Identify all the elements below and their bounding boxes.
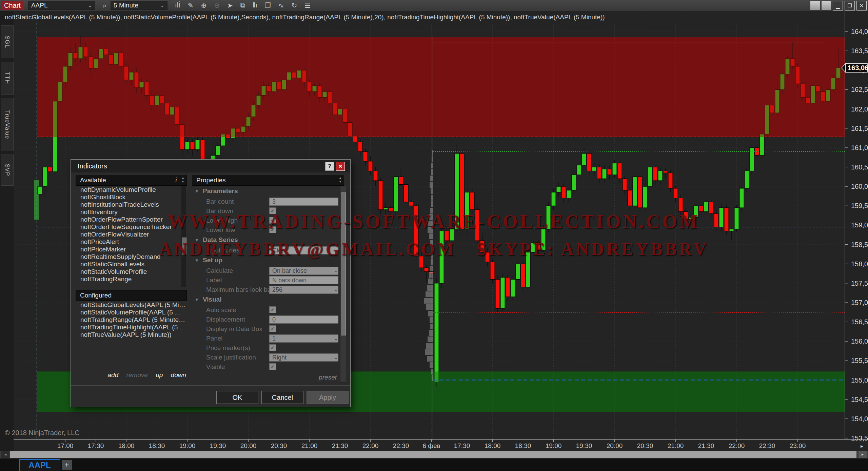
svg-text:154,50: 154,50 xyxy=(851,396,868,403)
configured-list-item[interactable]: noftTradingRange(AAPL (5 Minute),20) xyxy=(76,316,186,324)
crosshair-icon[interactable]: ‖ı xyxy=(253,1,257,9)
search-icon[interactable]: ⌕ xyxy=(103,2,106,9)
panels-icon[interactable]: ❐ xyxy=(265,1,271,9)
toolbar: Chart AAPL ⌄ ⌕ 5 Minute ⌄ ılİ✎⊕⊖➤⧉‖ı❐∿↻☰ xyxy=(0,0,868,11)
input-field[interactable]: N bars down xyxy=(269,276,338,284)
collapse-triangle-icon[interactable]: ▼ xyxy=(195,238,199,243)
checkbox[interactable]: ✔ xyxy=(269,306,276,313)
data-box-icon[interactable]: ⧉ xyxy=(240,1,245,9)
input-field[interactable]: 3 xyxy=(269,198,338,206)
add-tab-button[interactable]: + xyxy=(62,460,72,470)
zoom-in-icon[interactable]: ⊕ xyxy=(201,1,206,9)
ok-button[interactable]: OK xyxy=(216,391,258,404)
remove-link[interactable]: remove xyxy=(126,371,148,378)
cursor-icon[interactable]: ➤ xyxy=(227,1,233,9)
checkbox[interactable]: ✔ xyxy=(269,226,276,233)
collapse-triangle-icon[interactable]: ▼ xyxy=(195,258,199,263)
window-extra-button[interactable] xyxy=(810,1,820,10)
property-row: Display in Data Box✔ xyxy=(192,324,338,334)
chevron-down-icon: ⌄ xyxy=(88,1,92,9)
svg-text:160,50: 160,50 xyxy=(851,163,868,171)
checkbox[interactable]: ✔ xyxy=(269,207,276,214)
close-icon[interactable]: ✕ xyxy=(336,162,345,171)
available-list-item[interactable]: noftStaticGlobalLevels xyxy=(76,261,181,268)
scroll-left-arrow-icon[interactable]: ◂ xyxy=(1,451,9,458)
property-row: CalculateOn bar close⌄ xyxy=(192,266,338,275)
select-field[interactable]: 256⌄ xyxy=(269,286,338,294)
scrollbar-thumb[interactable] xyxy=(341,192,346,335)
add-link[interactable]: add xyxy=(108,371,119,378)
available-list-item[interactable]: noftOrderFlowVisualizer xyxy=(76,231,181,238)
spinner-arrows-icon[interactable]: ▲▼ xyxy=(181,176,184,184)
checkbox[interactable]: ✔ xyxy=(269,344,276,351)
available-list-item[interactable]: noftPriceAlert xyxy=(76,238,181,246)
available-list-item[interactable]: noftOrderFlowPatternSpotter xyxy=(76,216,181,223)
input-field[interactable]: 0 xyxy=(269,315,338,324)
indicator-tab-truevalue[interactable]: TrueValue xyxy=(1,98,14,151)
select-field[interactable]: Right⌄ xyxy=(269,353,338,362)
scrollbar-thumb[interactable] xyxy=(182,238,186,254)
scrollbar-thumb[interactable] xyxy=(10,451,856,458)
available-list-item[interactable]: noftRealtimeSupplyDemand xyxy=(76,253,181,261)
symbol-combo[interactable]: AAPL ⌄ xyxy=(28,1,95,10)
window-extra-button[interactable] xyxy=(822,1,831,10)
configured-list-item[interactable]: noftStaticGlobalLevels(AAPL (5 Minute)) xyxy=(76,301,186,309)
interval-combo[interactable]: 5 Minute ⌄ xyxy=(111,1,167,10)
zoom-out-icon[interactable]: ⊖ xyxy=(214,1,220,9)
indicator-tab-sgl[interactable]: SGL xyxy=(1,25,14,58)
svg-text:156,50: 156,50 xyxy=(851,318,868,326)
svg-text:157,50: 157,50 xyxy=(851,280,868,287)
svg-text:161,50: 161,50 xyxy=(851,125,868,132)
draw-pencil-icon[interactable]: ✎ xyxy=(188,1,194,9)
configured-list-item[interactable]: noftTrueValue(AAPL (5 Minute)) xyxy=(76,331,186,339)
scroll-right-arrow-icon[interactable]: ▸ xyxy=(859,451,867,458)
available-list-item[interactable]: noftInstitutionalTradeLevels xyxy=(76,201,181,208)
available-list-item[interactable]: noftGhostiBlock xyxy=(76,193,181,201)
input-field[interactable]: Close xyxy=(269,246,338,254)
up-link[interactable]: up xyxy=(156,371,163,378)
properties-scrollbar[interactable] xyxy=(340,186,346,383)
reload-icon[interactable]: ↻ xyxy=(292,1,297,9)
available-list-item[interactable]: noftOrderFlowSequenceTracker xyxy=(76,223,181,231)
collapse-triangle-icon[interactable]: ▼ xyxy=(195,297,199,302)
checkbox[interactable]: ✔ xyxy=(269,363,276,370)
checkbox[interactable]: ✔ xyxy=(269,217,276,224)
property-row: Input seriesClose xyxy=(192,246,338,255)
close-button[interactable]: ✕ xyxy=(856,1,867,11)
cancel-button[interactable]: Cancel xyxy=(261,391,303,404)
collapse-triangle-icon[interactable]: ▼ xyxy=(195,189,199,194)
select-field[interactable]: On bar close⌄ xyxy=(269,267,338,275)
select-field[interactable]: 1⌄ xyxy=(269,334,338,343)
minimize-button[interactable]: ▁ xyxy=(833,1,843,11)
svg-text:23:00: 23:00 xyxy=(790,442,806,449)
properties-list-icon[interactable]: ☰ xyxy=(304,1,311,9)
preset-link[interactable]: preset xyxy=(319,374,337,381)
apply-button[interactable]: Apply xyxy=(307,391,349,404)
indicator-wave-icon[interactable]: ∿ xyxy=(278,1,284,9)
available-list-item[interactable]: noftStaticVolumeProfile xyxy=(76,268,181,275)
chart-style-icon[interactable]: ılİ xyxy=(175,1,180,9)
tab-aapl[interactable]: AAPL xyxy=(19,459,60,471)
info-icon[interactable]: i xyxy=(175,176,177,184)
configured-list-item[interactable]: noftStaticVolumeProfile(AAPL (5 Minute),… xyxy=(76,309,186,316)
available-list-item[interactable]: noftTradingRange xyxy=(76,275,181,283)
spinner-arrows-icon[interactable]: ▲▼ xyxy=(339,176,342,184)
svg-text:21:30: 21:30 xyxy=(332,442,348,449)
down-link[interactable]: down xyxy=(171,371,186,378)
available-list-item[interactable]: noftDynamicVolumeProfile xyxy=(76,186,181,193)
configured-list-item[interactable]: noftTradingTimeHighlight(AAPL (5 Minute)… xyxy=(76,324,186,331)
available-list-item[interactable]: noftInventory xyxy=(76,208,181,216)
svg-text:22:30: 22:30 xyxy=(393,442,409,449)
indicator-tab-tth[interactable]: TTH xyxy=(1,62,14,95)
help-button[interactable]: ? xyxy=(325,162,334,171)
section-visual: ▼Visual xyxy=(192,296,338,305)
available-list-item[interactable]: noftPriceMarker xyxy=(76,246,181,253)
checkbox[interactable]: ✔ xyxy=(269,325,276,332)
svg-text:156,00: 156,00 xyxy=(851,337,868,345)
indicator-tab-svp[interactable]: SVP xyxy=(1,155,14,186)
property-row: Visible✔ xyxy=(192,362,338,372)
chart-menu-button[interactable]: Chart xyxy=(1,1,24,10)
svg-text:18:30: 18:30 xyxy=(149,442,165,449)
available-scrollbar[interactable] xyxy=(181,186,186,287)
restore-button[interactable]: ❐ xyxy=(845,1,855,11)
